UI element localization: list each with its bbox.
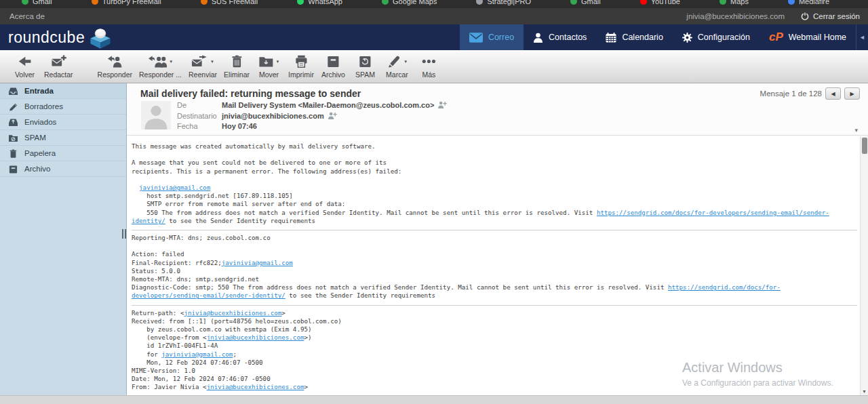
toolbar-archivo-button[interactable]: Archivo	[317, 55, 349, 79]
window-bottom-edge	[0, 395, 868, 404]
bookmark-favicon	[382, 0, 389, 5]
f_junk-icon	[8, 134, 18, 142]
toolbar-volver-button[interactable]: Volver	[9, 55, 41, 79]
message-body-line: host smtp.sendgrid.net [167.89.118.105]	[132, 192, 857, 200]
toolbar-eliminar-button[interactable]: Eliminar	[220, 55, 253, 79]
toolbar-imprimir-button[interactable]: Imprimir	[285, 55, 317, 79]
toolbar-mover-button[interactable]: ▼Mover	[253, 55, 285, 79]
bookmark-item[interactable]: Strategi|PRO	[476, 0, 531, 5]
email-link[interactable]: https://sendgrid.com/docs/for-	[668, 283, 781, 291]
email-link[interactable]: jnivia@bucexhibiciones.com	[207, 334, 304, 341]
bookmark-label: YouTube	[651, 0, 680, 5]
toolbar-button-label: SPAM	[355, 70, 375, 79]
folder-archivo[interactable]: Archivo	[0, 161, 126, 177]
email-link[interactable]: jnivia@bucexhibiciones.com	[207, 383, 304, 390]
dropdown-caret-icon[interactable]: ▼	[275, 60, 279, 64]
toolbar-button-label: Mover	[259, 70, 279, 79]
nav-item-webmail-home[interactable]: cPWebmail Home	[760, 24, 856, 50]
toolbar-responder-button[interactable]: Responder	[94, 55, 136, 79]
bookmark-favicon	[201, 0, 208, 5]
toolbar-button-label: Más	[422, 70, 436, 79]
folder-list: EntradaBorradoresEnviadosSPAMPapeleraArc…	[0, 83, 127, 404]
nav-item-correo[interactable]: Correo	[460, 24, 524, 50]
bookmark-item[interactable]: TurboPy FreeMail	[92, 0, 161, 5]
bookmark-label: Google Maps	[393, 0, 437, 5]
dropdown-caret-icon[interactable]: ▼	[403, 60, 408, 64]
watermark-title: Activar Windows	[682, 360, 840, 376]
nav-item-calendario[interactable]: Calendario	[596, 24, 672, 50]
app-header: roundcube CorreoContactosCalendarioConfi…	[0, 24, 868, 50]
message-body-line: javinivia@gmail.com	[132, 184, 857, 192]
message-body-line: id 1rZVhI-004FL1-4A	[132, 342, 857, 350]
bookmark-item[interactable]: Google Maps	[382, 0, 437, 5]
next-message-button[interactable]: ▶	[844, 87, 860, 100]
about-link[interactable]: Acerca de	[9, 12, 45, 20]
toolbar-redactar-button[interactable]: Redactar	[41, 55, 77, 79]
toolbar-reenviar-button[interactable]: ▼Reenviar	[185, 55, 220, 79]
header-value: jnivia@bucexhibiciones.com	[222, 112, 337, 120]
scrollbar-thumb[interactable]	[862, 138, 867, 154]
toolbar-button-icon-row	[357, 55, 373, 68]
toolbar-spam-button[interactable]: SPAM	[349, 55, 381, 79]
bookmark-item[interactable]: Maps	[719, 0, 749, 5]
message-header-row: DeMail Delivery System <Mailer-Daemon@ze…	[177, 100, 447, 110]
bookmark-item[interactable]: SUS FreeMail	[201, 0, 258, 5]
bookmark-item[interactable]: WhatsApp	[297, 0, 342, 5]
header-value-text: jnivia@bucexhibiciones.com	[222, 112, 324, 120]
watermark-subtitle: Ve a Configuración para activar Windows.	[682, 378, 840, 388]
bookmark-item[interactable]: Mediafire	[788, 0, 829, 5]
toolbar-mas-button[interactable]: Más	[413, 55, 445, 79]
bookmark-item[interactable]: Gmail	[570, 0, 601, 5]
toolbar-button-icon-row	[106, 55, 123, 68]
f_archive-icon	[8, 165, 18, 174]
message-panel: Mail delivery failed: returning message …	[127, 83, 868, 404]
scroll-down-arrow[interactable]: ▾	[861, 388, 868, 395]
email-link[interactable]: jnivia@bucexhibiciones.com	[184, 309, 281, 317]
message-subject: Mail delivery failed: returning message …	[140, 88, 361, 99]
prev-message-button[interactable]: ◀	[825, 87, 841, 100]
dropdown-caret-icon[interactable]: ▼	[169, 60, 173, 64]
message-header-row: Destinatariojnivia@bucexhibiciones.com	[177, 110, 447, 121]
nav-item-contactos[interactable]: Contactos	[524, 24, 596, 50]
message-body-line: identity/ to see the Sender Identity req…	[132, 217, 857, 225]
header-label: De	[177, 101, 222, 109]
toolbar-responder-todos-button[interactable]: ▼Responder ...	[136, 55, 185, 79]
dropdown-caret-icon[interactable]: ▼	[210, 60, 214, 64]
bookmark-favicon	[788, 0, 795, 5]
folder-entrada[interactable]: Entrada	[0, 83, 126, 99]
bookmark-label: Maps	[730, 0, 749, 5]
bookmark-item[interactable]: Gmail	[22, 0, 52, 5]
toolbar-button-icon-row	[421, 55, 437, 68]
email-link[interactable]: javinivia@gmail.com	[139, 184, 210, 191]
header-label: Fecha	[177, 122, 222, 130]
back-icon	[17, 55, 33, 68]
toolbar-button-label: Redactar	[44, 70, 73, 79]
f_trash-icon	[8, 149, 18, 158]
content-area: EntradaBorradoresEnviadosSPAMPapeleraArc…	[0, 83, 868, 404]
panel-splitter[interactable]	[122, 229, 126, 239]
roundcube-logo: roundcube	[8, 24, 114, 50]
email-link[interactable]: https://sendgrid.com/docs/for-developers…	[597, 209, 829, 216]
folder-spam[interactable]: SPAM	[0, 130, 126, 146]
folder-papelera[interactable]: Papelera	[0, 146, 126, 161]
message-scrollbar[interactable]: ▾	[860, 136, 868, 395]
folder-enviados[interactable]: Enviados	[0, 115, 126, 130]
nav-item-configuracion[interactable]: Configuración	[673, 24, 760, 50]
toolbar-button-icon-row	[294, 55, 309, 68]
email-link[interactable]: javinivia@gmail.com	[161, 350, 233, 358]
folder-borradores[interactable]: Borradores	[0, 99, 126, 115]
email-link[interactable]: developers/sending-email/sender-identity…	[132, 291, 285, 299]
email-link[interactable]: identity/	[132, 217, 165, 224]
message-body: This message was created automatically b…	[127, 136, 860, 395]
nav-collapse-arrow[interactable]: ◄	[856, 24, 868, 50]
bookmark-item[interactable]: YouTube	[640, 0, 680, 5]
email-link[interactable]: javinivia@gmail.com	[222, 259, 293, 266]
toolbar-marcar-button[interactable]: ▼Marcar	[381, 55, 413, 79]
logout-label: Cerrar sesión	[813, 12, 860, 20]
f_drafts-icon	[8, 102, 18, 111]
logout-button[interactable]: Cerrar sesión	[801, 12, 860, 20]
header-value: Hoy 07:46	[222, 122, 257, 130]
expand-headers-caret[interactable]: ▾	[854, 127, 858, 134]
gear-icon	[682, 33, 692, 43]
move-icon	[258, 55, 274, 68]
